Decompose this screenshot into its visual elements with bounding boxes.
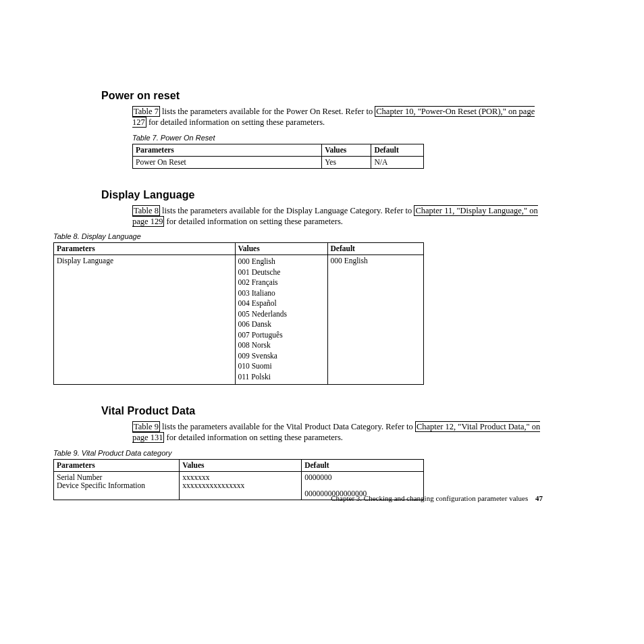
text: lists the parameters available for the V…: [160, 422, 415, 431]
section-power-on-reset: Power on reset Table 7 lists the paramet…: [101, 90, 543, 169]
value-option: 009 Svenska: [238, 351, 325, 362]
cell-parameters: Serial Number Device Specific Informatio…: [54, 471, 180, 500]
cell-value: Yes: [322, 156, 371, 168]
table-row: Power On Reset Yes N/A: [133, 156, 424, 168]
th-values: Values: [235, 243, 327, 255]
table-display-language: Parameters Values Default Display Langua…: [53, 242, 424, 385]
cell-values: xxxxxxx xxxxxxxxxxxxxxxx: [180, 471, 302, 500]
heading-vital-product-data: Vital Product Data: [101, 405, 543, 417]
section-display-language: Display Language Table 8 lists the param…: [101, 189, 543, 385]
th-default: Default: [302, 459, 424, 471]
cell-parameter: Display Language: [54, 255, 236, 385]
page-footer: Chapter 3. Checking and changing configu…: [331, 494, 543, 502]
section-vital-product-data: Vital Product Data Table 9 lists the par…: [101, 405, 543, 500]
intro-paragraph: Table 9 lists the parameters available f…: [132, 421, 543, 444]
text: lists the parameters available for the P…: [160, 107, 375, 116]
param-serial-number: Serial Number: [57, 473, 176, 481]
value-device: xxxxxxxxxxxxxxxx: [182, 481, 298, 489]
th-default: Default: [327, 243, 423, 255]
link-table-9[interactable]: Table 9: [132, 421, 160, 432]
default-serial: 0000000: [304, 473, 421, 481]
value-option: 011 Polski: [238, 372, 325, 383]
value-option: 007 Português: [238, 330, 325, 341]
link-table-8[interactable]: Table 8: [132, 205, 160, 216]
th-parameters: Parameters: [54, 459, 180, 471]
caption-table-9: Table 9. Vital Product Data category: [53, 449, 543, 457]
table-power-on-reset: Parameters Values Default Power On Reset…: [132, 144, 424, 169]
table-header-row: Parameters Values Default: [133, 144, 424, 156]
cell-default: N/A: [371, 156, 424, 168]
value-option: 010 Suomi: [238, 361, 325, 372]
text: for detailed information on setting thes…: [164, 217, 343, 226]
value-serial: xxxxxxx: [182, 473, 298, 481]
table-row: Display Language 000 English 001 Deutsch…: [54, 255, 424, 385]
th-default: Default: [371, 144, 424, 156]
value-option: 003 Italiano: [238, 288, 325, 299]
link-table-7[interactable]: Table 7: [132, 106, 160, 117]
table-header-row: Parameters Values Default: [54, 459, 424, 471]
th-values: Values: [322, 144, 371, 156]
caption-table-8: Table 8. Display Language: [53, 232, 543, 240]
value-option: 004 Español: [238, 298, 325, 309]
caption-table-7: Table 7. Power On Reset: [132, 134, 543, 142]
th-parameters: Parameters: [54, 243, 236, 255]
heading-display-language: Display Language: [101, 189, 543, 201]
text: for detailed information on setting thes…: [164, 433, 343, 442]
th-parameters: Parameters: [133, 144, 322, 156]
intro-paragraph: Table 7 lists the parameters available f…: [132, 106, 543, 128]
cell-default: 000 English: [327, 255, 423, 385]
value-option: 001 Deutsche: [238, 267, 325, 278]
cell-parameter: Power On Reset: [133, 156, 322, 168]
value-option: 000 English: [238, 257, 325, 267]
value-option: 006 Dansk: [238, 319, 325, 330]
th-values: Values: [180, 459, 302, 471]
value-option: 002 Français: [238, 277, 325, 288]
heading-power-on-reset: Power on reset: [101, 90, 543, 102]
text: for detailed information on setting thes…: [146, 117, 325, 127]
footer-chapter: Chapter 3. Checking and changing configu…: [331, 494, 528, 502]
footer-page-number: 47: [535, 494, 543, 502]
cell-values-list: 000 English 001 Deutsche 002 Français 00…: [235, 255, 327, 385]
text: lists the parameters available for the D…: [160, 206, 414, 215]
param-device-specific: Device Specific Information: [57, 481, 176, 489]
table-header-row: Parameters Values Default: [54, 243, 424, 255]
value-option: 008 Norsk: [238, 340, 325, 351]
intro-paragraph: Table 8 lists the parameters available f…: [132, 205, 543, 227]
value-option: 005 Nederlands: [238, 309, 325, 320]
